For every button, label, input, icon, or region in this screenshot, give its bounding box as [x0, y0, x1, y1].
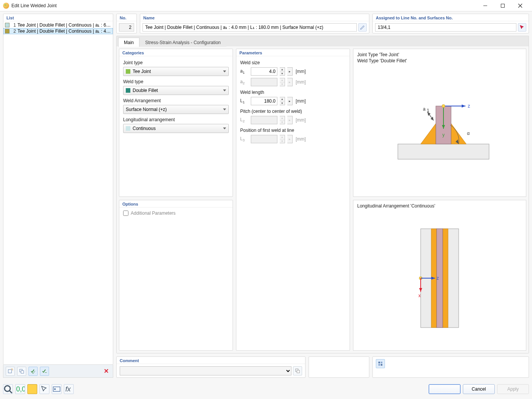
svg-point-18 [442, 104, 445, 108]
info-button[interactable] [52, 384, 62, 394]
color-button[interactable] [27, 384, 37, 394]
svg-rect-1 [501, 4, 505, 7]
svg-rect-42 [381, 364, 382, 366]
uncheck-button[interactable] [40, 367, 49, 376]
svg-text:z: z [437, 276, 439, 281]
comment-select[interactable] [120, 366, 291, 375]
list-toolbar: ✕ [3, 365, 113, 378]
view-settings-button[interactable] [376, 359, 385, 368]
a1-more-button[interactable]: ▸ [287, 67, 293, 76]
tab-bar: Main Stress-Strain Analysis - Configurat… [116, 36, 529, 46]
cancel-button[interactable]: Cancel [463, 384, 495, 394]
l3-input [251, 135, 277, 143]
l2-more-button: ▸ [287, 116, 293, 124]
minimize-button[interactable] [477, 0, 494, 11]
parameters-panel: Parameters Weld size a1 ▲▼ ▸ [mm] [236, 49, 350, 351]
svg-text:1: 1 [427, 108, 429, 113]
a1-input[interactable] [251, 67, 277, 76]
a2-spinner: ▲▼ [280, 78, 285, 86]
number-panel: No. [116, 14, 137, 33]
l2-spinner: ▲▼ [280, 116, 285, 124]
svg-line-44 [10, 391, 12, 393]
svg-point-43 [5, 386, 10, 391]
a1-spinner[interactable]: ▲▼ [280, 67, 285, 76]
copy-item-button[interactable] [17, 367, 26, 376]
svg-marker-16 [462, 104, 466, 108]
svg-text:a: a [423, 106, 426, 112]
check-all-button[interactable] [28, 367, 38, 376]
weld-arrangement-select[interactable]: Surface Normal (+z) [123, 105, 229, 114]
window-title: Edit Line Welded Joint [11, 3, 477, 8]
help-button[interactable] [3, 384, 13, 394]
tab-stress-strain[interactable]: Stress-Strain Analysis - Configuration [139, 38, 226, 47]
svg-marker-10 [451, 124, 466, 144]
assigned-input[interactable] [375, 23, 516, 32]
svg-rect-38 [297, 370, 299, 373]
list-header: List [3, 14, 113, 21]
longitudinal-preview-panel: Longitudinal Arrangement 'Continuous' z [353, 200, 526, 351]
app-icon [3, 3, 9, 9]
additional-parameters-checkbox[interactable]: Additional Parameters [123, 211, 229, 216]
svg-text:z: z [468, 103, 470, 109]
options-panel: Options Additional Parameters [119, 200, 233, 351]
longitudinal-arrangement-select[interactable]: Continuous [123, 124, 229, 133]
maximize-button[interactable] [494, 0, 511, 11]
l2-input [251, 116, 277, 124]
l3-spinner: ▲▼ [280, 135, 285, 143]
svg-rect-8 [398, 144, 489, 159]
svg-text:α: α [467, 131, 470, 136]
svg-text:y: y [442, 132, 445, 138]
apply-button[interactable]: Apply [497, 384, 529, 394]
categories-panel: Categories Joint type Tee Joint Weld typ… [119, 49, 233, 197]
l3-more-button: ▸ [287, 135, 293, 143]
svg-text:x: x [418, 293, 421, 298]
aux-panel [309, 356, 369, 378]
new-item-button[interactable] [6, 367, 15, 376]
l1-spinner[interactable]: ▲▼ [280, 97, 285, 105]
number-input[interactable] [119, 23, 134, 32]
list-item[interactable]: 1 Tee Joint | Double Fillet | Continuous… [3, 22, 113, 28]
name-panel: Name [140, 14, 369, 33]
units-button[interactable]: 0,00 [15, 384, 25, 394]
title-bar: Edit Line Welded Joint [0, 0, 532, 11]
svg-text:0,00: 0,00 [16, 385, 25, 393]
svg-rect-28 [443, 229, 448, 328]
l1-more-button[interactable]: ▸ [287, 97, 293, 105]
bottom-bar: 0,00 fx Cancel Apply [3, 382, 529, 396]
list-item[interactable]: 2 Tee Joint | Double Fillet | Continuous… [3, 28, 113, 34]
comment-panel: Comment [116, 356, 306, 378]
tab-main[interactable]: Main [118, 38, 139, 47]
ok-button[interactable] [429, 384, 461, 394]
a2-input [251, 78, 277, 86]
function-button[interactable]: fx [64, 384, 74, 394]
svg-rect-40 [381, 362, 382, 363]
name-input[interactable] [142, 23, 357, 32]
svg-rect-4 [8, 369, 12, 373]
longitudinal-diagram: z x [357, 209, 522, 347]
assigned-panel: Assigned to Line No. and Surfaces No. [372, 14, 529, 33]
svg-marker-9 [421, 124, 436, 144]
a2-more-button: ▸ [287, 78, 293, 86]
close-button[interactable] [511, 0, 529, 11]
list-panel: List 1 Tee Joint | Double Fillet | Conti… [3, 14, 113, 365]
color-swatch [5, 29, 10, 33]
select-in-model-button[interactable] [518, 23, 526, 32]
weld-type-select[interactable]: Double Fillet [123, 86, 229, 95]
svg-rect-41 [378, 364, 380, 366]
preview-tools-panel [372, 356, 529, 378]
delete-item-button[interactable]: ✕ [101, 367, 111, 376]
svg-text:fx: fx [65, 385, 71, 393]
comment-library-button[interactable] [293, 366, 302, 375]
joint-diagram: y z a1 α [357, 64, 522, 193]
svg-rect-39 [378, 362, 380, 363]
svg-rect-6 [21, 370, 24, 373]
color-swatch [5, 23, 10, 27]
joint-type-select[interactable]: Tee Joint [123, 67, 229, 76]
joint-preview-panel: Joint Type 'Tee Joint'Weld Type 'Double … [353, 49, 526, 197]
edit-name-button[interactable] [358, 23, 367, 32]
pick-button[interactable] [40, 384, 49, 394]
svg-point-47 [54, 388, 56, 390]
l1-input[interactable] [251, 97, 277, 105]
